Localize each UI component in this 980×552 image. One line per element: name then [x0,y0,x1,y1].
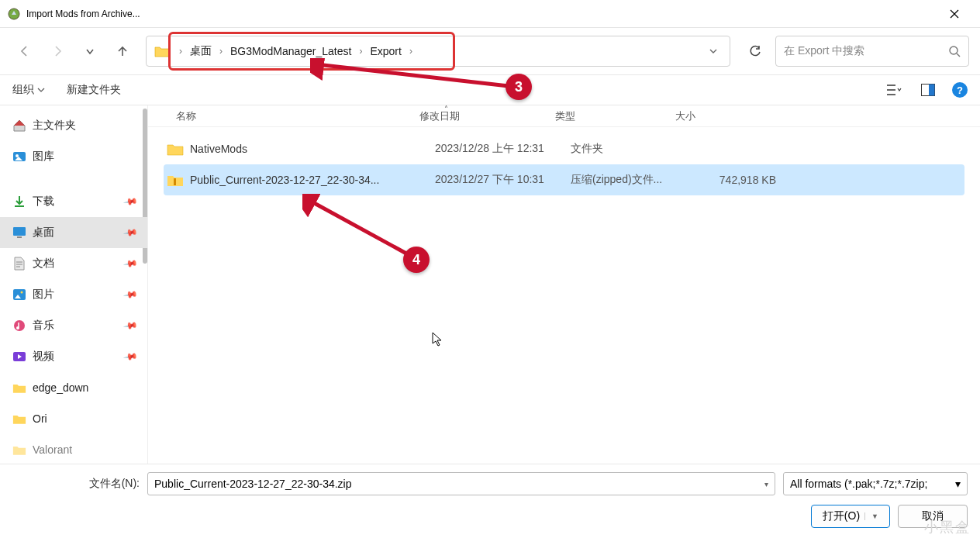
file-list: NativeMods 2023/12/28 上午 12:31 文件夹 Publi… [148,127,980,464]
up-button[interactable] [109,37,136,65]
svg-rect-7 [17,236,22,238]
chevron-down-icon[interactable]: ▾ [764,480,768,488]
document-icon [12,257,26,271]
app-icon [8,8,20,20]
titlebar: Import Mods from Archive... [0,0,980,28]
chevron-right-icon[interactable]: › [405,46,417,57]
sidebar-item-pictures[interactable]: 图片 📌 [0,279,147,310]
pin-icon: 📌 [122,256,138,271]
nav-row: › 桌面 › BG3ModManager_Latest › Export › 在… [0,28,980,74]
column-header-date[interactable]: 修改日期 [419,109,555,123]
sidebar-item-valorant[interactable]: Valorant [0,434,147,464]
sidebar-item-desktop[interactable]: 桌面 📌 [0,217,147,248]
pin-icon: 📌 [122,318,138,333]
search-icon [948,45,961,57]
search-placeholder: 在 Export 中搜索 [784,44,942,58]
sidebar-item-downloads[interactable]: 下载 📌 [0,186,147,217]
chevron-right-icon[interactable]: › [354,46,367,57]
chevron-down-icon[interactable]: ▼ [864,512,878,520]
organize-menu[interactable]: 组织 [12,83,45,97]
svg-rect-13 [174,178,176,185]
pin-icon: 📌 [122,349,138,364]
svg-point-5 [16,154,19,157]
column-headers: ˄ 名称 修改日期 类型 大小 [148,105,980,127]
pin-icon: 📌 [122,194,138,209]
body: 主文件夹 图库 下载 📌 桌面 📌 文档 📌 图片 📌 音 [0,105,980,464]
home-icon [12,119,26,133]
file-filter-select[interactable]: All formats (*.pak;*.7z;*.7zip; ▾ [783,472,968,495]
breadcrumb-item[interactable]: BG3ModManager_Latest [227,45,354,57]
video-icon [12,350,26,364]
svg-rect-6 [13,227,26,236]
sort-indicator-icon: ˄ [444,105,448,113]
chevron-right-icon[interactable]: › [215,46,227,57]
pin-icon: 📌 [122,287,138,302]
breadcrumb-dropdown[interactable] [702,47,725,56]
sidebar-item-ori[interactable]: Ori [0,403,147,434]
folder-icon [12,443,26,457]
folder-icon [167,142,184,156]
window-title: Import Mods from Archive... [26,9,937,19]
open-button[interactable]: 打开(O) ▼ [811,505,890,528]
preview-pane-button[interactable] [918,80,938,100]
pictures-icon [12,288,26,302]
download-icon [12,195,26,209]
file-row-folder[interactable]: NativeMods 2023/12/28 上午 12:31 文件夹 [164,133,964,164]
breadcrumb-item[interactable]: Export [367,45,404,57]
desktop-icon [12,226,26,240]
sidebar-item-gallery[interactable]: 图库 [0,141,147,172]
sidebar-item-edge-down[interactable]: edge_down [0,372,147,403]
gallery-icon [12,150,26,164]
svg-rect-3 [929,85,935,96]
file-pane: ˄ 名称 修改日期 类型 大小 NativeMods 2023/12/28 上午… [147,105,980,464]
music-icon [12,319,26,333]
column-header-name[interactable]: 名称 [164,109,419,123]
sidebar-item-videos[interactable]: 视频 📌 [0,341,147,372]
sidebar-item-documents[interactable]: 文档 📌 [0,248,147,279]
sidebar-item-home[interactable]: 主文件夹 [0,110,147,141]
new-folder-button[interactable]: 新建文件夹 [67,83,121,97]
breadcrumb-item[interactable]: 桌面 [187,44,215,58]
chevron-down-icon[interactable]: ▾ [955,478,961,490]
svg-point-11 [16,326,19,329]
svg-point-1 [950,47,958,54]
chevron-right-icon[interactable]: › [174,46,187,57]
file-row-zip[interactable]: Public_Current-2023-12-27_22-30-34... 20… [164,164,964,195]
breadcrumb-bar[interactable]: › 桌面 › BG3ModManager_Latest › Export › [146,36,730,67]
help-button[interactable]: ? [952,82,968,98]
watermark: 小黑盒 [924,518,971,536]
svg-point-10 [14,320,25,331]
filename-label: 文件名(N): [78,477,140,491]
pin-icon: 📌 [122,225,138,240]
folder-icon [12,381,26,395]
recent-button[interactable] [76,37,104,65]
forward-button[interactable] [43,37,71,65]
view-options-button[interactable] [884,80,904,100]
svg-point-9 [21,292,23,294]
zip-icon [167,173,184,187]
column-header-type[interactable]: 类型 [555,109,675,123]
close-button[interactable] [937,2,972,26]
folder-icon [12,412,26,426]
column-header-size[interactable]: 大小 [675,109,768,123]
bottom-panel: 文件名(N): Public_Current-2023-12-27_22-30-… [0,464,980,536]
refresh-button[interactable] [740,36,771,67]
sidebar: 主文件夹 图库 下载 📌 桌面 📌 文档 📌 图片 📌 音 [0,105,147,464]
back-button[interactable] [11,37,39,65]
filename-input[interactable]: Public_Current-2023-12-27_22-30-34.zip ▾ [147,472,775,495]
folder-icon [154,45,170,57]
toolbar: 组织 新建文件夹 ? [0,74,980,105]
search-input[interactable]: 在 Export 中搜索 [775,36,969,67]
sidebar-item-music[interactable]: 音乐 📌 [0,310,147,341]
